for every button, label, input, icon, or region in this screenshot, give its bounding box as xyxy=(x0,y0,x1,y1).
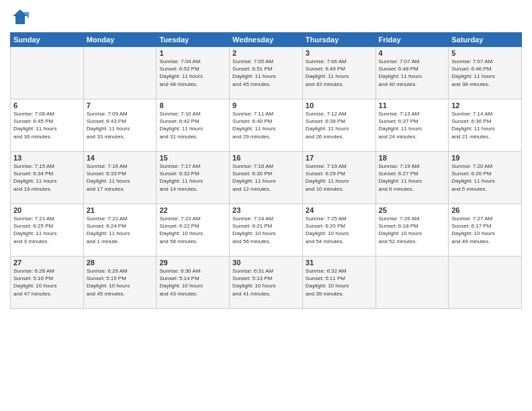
day-info: Sunrise: 7:08 AM Sunset: 6:45 PM Dayligh… xyxy=(13,110,81,140)
calendar-cell: 7Sunrise: 7:09 AM Sunset: 6:43 PM Daylig… xyxy=(83,99,157,152)
calendar-cell: 4Sunrise: 7:07 AM Sunset: 6:48 PM Daylig… xyxy=(375,47,449,99)
day-number: 3 xyxy=(306,49,373,57)
day-info: Sunrise: 7:17 AM Sunset: 6:32 PM Dayligh… xyxy=(159,163,226,193)
day-number: 29 xyxy=(159,259,226,267)
calendar-cell: 2Sunrise: 7:05 AM Sunset: 6:51 PM Daylig… xyxy=(230,47,303,99)
day-info: Sunrise: 7:11 AM Sunset: 6:40 PM Dayligh… xyxy=(232,110,300,140)
week-row-2: 6Sunrise: 7:08 AM Sunset: 6:45 PM Daylig… xyxy=(11,99,522,152)
day-number: 8 xyxy=(159,101,226,109)
calendar-cell: 6Sunrise: 7:08 AM Sunset: 6:45 PM Daylig… xyxy=(11,99,84,152)
weekday-header-monday: Monday xyxy=(83,33,157,47)
day-info: Sunrise: 7:25 AM Sunset: 6:20 PM Dayligh… xyxy=(306,215,373,245)
day-number: 28 xyxy=(87,259,154,267)
calendar-cell: 31Sunrise: 6:32 AM Sunset: 5:11 PM Dayli… xyxy=(302,257,375,309)
calendar-cell xyxy=(375,257,449,309)
calendar-cell: 3Sunrise: 7:06 AM Sunset: 6:49 PM Daylig… xyxy=(302,47,375,99)
day-info: Sunrise: 7:27 AM Sunset: 6:17 PM Dayligh… xyxy=(451,215,519,245)
day-info: Sunrise: 7:21 AM Sunset: 6:25 PM Dayligh… xyxy=(13,215,81,245)
day-info: Sunrise: 7:19 AM Sunset: 6:27 PM Dayligh… xyxy=(379,163,446,193)
weekday-header-saturday: Saturday xyxy=(449,33,522,47)
calendar-cell: 8Sunrise: 7:10 AM Sunset: 6:42 PM Daylig… xyxy=(157,99,230,152)
day-number: 7 xyxy=(87,101,154,109)
calendar-cell: 15Sunrise: 7:17 AM Sunset: 6:32 PM Dayli… xyxy=(157,152,230,204)
calendar-cell: 22Sunrise: 7:23 AM Sunset: 6:22 PM Dayli… xyxy=(157,204,230,257)
calendar-cell: 26Sunrise: 7:27 AM Sunset: 6:17 PM Dayli… xyxy=(449,204,522,257)
day-number: 22 xyxy=(159,206,226,214)
weekday-header-friday: Friday xyxy=(375,33,449,47)
day-number: 13 xyxy=(13,154,81,162)
weekday-header-row: SundayMondayTuesdayWednesdayThursdayFrid… xyxy=(11,33,522,47)
day-info: Sunrise: 7:13 AM Sunset: 6:37 PM Dayligh… xyxy=(379,110,446,140)
day-number: 23 xyxy=(232,206,300,214)
day-info: Sunrise: 7:16 AM Sunset: 6:33 PM Dayligh… xyxy=(87,163,154,193)
day-info: Sunrise: 7:19 AM Sunset: 6:29 PM Dayligh… xyxy=(306,163,373,193)
day-info: Sunrise: 7:04 AM Sunset: 6:52 PM Dayligh… xyxy=(159,58,226,88)
calendar-cell: 14Sunrise: 7:16 AM Sunset: 6:33 PM Dayli… xyxy=(83,152,157,204)
day-info: Sunrise: 7:18 AM Sunset: 6:30 PM Dayligh… xyxy=(232,163,300,193)
calendar-cell: 13Sunrise: 7:15 AM Sunset: 6:34 PM Dayli… xyxy=(11,152,84,204)
day-number: 5 xyxy=(451,49,519,57)
day-info: Sunrise: 7:24 AM Sunset: 6:21 PM Dayligh… xyxy=(232,215,300,245)
day-number: 27 xyxy=(13,259,81,267)
day-info: Sunrise: 6:30 AM Sunset: 5:14 PM Dayligh… xyxy=(159,267,226,298)
calendar-cell: 9Sunrise: 7:11 AM Sunset: 6:40 PM Daylig… xyxy=(230,99,303,152)
day-info: Sunrise: 7:26 AM Sunset: 6:18 PM Dayligh… xyxy=(379,215,446,245)
week-row-4: 20Sunrise: 7:21 AM Sunset: 6:25 PM Dayli… xyxy=(11,204,522,257)
day-number: 4 xyxy=(379,49,446,57)
day-info: Sunrise: 6:29 AM Sunset: 5:15 PM Dayligh… xyxy=(87,267,154,298)
day-info: Sunrise: 7:05 AM Sunset: 6:51 PM Dayligh… xyxy=(232,58,300,88)
day-info: Sunrise: 7:06 AM Sunset: 6:49 PM Dayligh… xyxy=(306,58,373,88)
day-info: Sunrise: 7:07 AM Sunset: 6:48 PM Dayligh… xyxy=(379,58,446,88)
day-info: Sunrise: 6:32 AM Sunset: 5:11 PM Dayligh… xyxy=(306,267,373,298)
calendar-cell: 25Sunrise: 7:26 AM Sunset: 6:18 PM Dayli… xyxy=(375,204,449,257)
day-number: 11 xyxy=(379,101,446,109)
day-info: Sunrise: 7:20 AM Sunset: 6:26 PM Dayligh… xyxy=(451,163,519,193)
day-number: 24 xyxy=(306,206,373,214)
svg-marker-0 xyxy=(13,9,28,24)
calendar-cell: 12Sunrise: 7:14 AM Sunset: 6:36 PM Dayli… xyxy=(449,99,522,152)
page-header xyxy=(10,7,522,27)
day-number: 19 xyxy=(451,154,519,162)
logo xyxy=(10,7,33,27)
day-number: 20 xyxy=(13,206,81,214)
day-number: 17 xyxy=(306,154,373,162)
day-number: 1 xyxy=(159,49,226,57)
day-number: 10 xyxy=(306,101,373,109)
day-info: Sunrise: 6:31 AM Sunset: 5:13 PM Dayligh… xyxy=(232,267,300,298)
calendar-cell: 24Sunrise: 7:25 AM Sunset: 6:20 PM Dayli… xyxy=(302,204,375,257)
calendar-cell xyxy=(83,47,157,99)
day-number: 9 xyxy=(232,101,300,109)
day-number: 12 xyxy=(451,101,519,109)
calendar-cell: 18Sunrise: 7:19 AM Sunset: 6:27 PM Dayli… xyxy=(375,152,449,204)
calendar-cell: 20Sunrise: 7:21 AM Sunset: 6:25 PM Dayli… xyxy=(11,204,84,257)
calendar-cell: 1Sunrise: 7:04 AM Sunset: 6:52 PM Daylig… xyxy=(157,47,230,99)
calendar-cell: 29Sunrise: 6:30 AM Sunset: 5:14 PM Dayli… xyxy=(157,257,230,309)
day-number: 14 xyxy=(87,154,154,162)
day-number: 26 xyxy=(451,206,519,214)
day-number: 21 xyxy=(87,206,154,214)
calendar-cell: 27Sunrise: 6:28 AM Sunset: 5:16 PM Dayli… xyxy=(11,257,84,309)
day-info: Sunrise: 7:14 AM Sunset: 6:36 PM Dayligh… xyxy=(451,110,519,140)
day-info: Sunrise: 7:15 AM Sunset: 6:34 PM Dayligh… xyxy=(13,163,81,193)
day-number: 25 xyxy=(379,206,446,214)
logo-icon xyxy=(10,7,30,27)
calendar-table: SundayMondayTuesdayWednesdayThursdayFrid… xyxy=(10,32,522,309)
calendar-cell: 28Sunrise: 6:29 AM Sunset: 5:15 PM Dayli… xyxy=(83,257,157,309)
day-info: Sunrise: 7:07 AM Sunset: 6:46 PM Dayligh… xyxy=(451,58,519,88)
weekday-header-wednesday: Wednesday xyxy=(230,33,303,47)
week-row-1: 1Sunrise: 7:04 AM Sunset: 6:52 PM Daylig… xyxy=(11,47,522,99)
day-info: Sunrise: 6:28 AM Sunset: 5:16 PM Dayligh… xyxy=(13,267,81,298)
calendar-cell: 16Sunrise: 7:18 AM Sunset: 6:30 PM Dayli… xyxy=(230,152,303,204)
calendar-cell xyxy=(449,257,522,309)
day-number: 18 xyxy=(379,154,446,162)
day-number: 6 xyxy=(13,101,81,109)
weekday-header-sunday: Sunday xyxy=(11,33,84,47)
calendar-cell: 5Sunrise: 7:07 AM Sunset: 6:46 PM Daylig… xyxy=(449,47,522,99)
day-number: 30 xyxy=(232,259,300,267)
day-number: 16 xyxy=(232,154,300,162)
day-number: 2 xyxy=(232,49,300,57)
week-row-5: 27Sunrise: 6:28 AM Sunset: 5:16 PM Dayli… xyxy=(11,257,522,309)
calendar-cell: 21Sunrise: 7:22 AM Sunset: 6:24 PM Dayli… xyxy=(83,204,157,257)
day-info: Sunrise: 7:23 AM Sunset: 6:22 PM Dayligh… xyxy=(159,215,226,245)
calendar-cell: 10Sunrise: 7:12 AM Sunset: 6:39 PM Dayli… xyxy=(302,99,375,152)
